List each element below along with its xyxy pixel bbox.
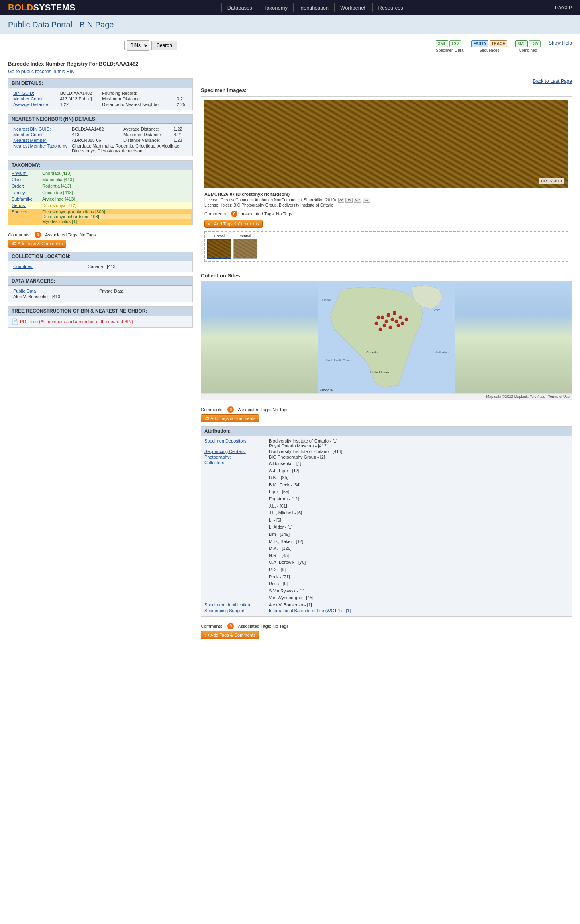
svg-text:North Atlan...: North Atlan...: [435, 351, 451, 354]
bin-guid-label[interactable]: BIN GUID:: [12, 90, 59, 96]
add-tags-btn-bottom[interactable]: 🏷 Add Tags & Comments: [201, 631, 259, 639]
sequencing-centers-row: Sequencing Centers: Biodiversity Institu…: [204, 449, 568, 454]
search-input[interactable]: [8, 41, 125, 50]
collectors-label[interactable]: Collectors:: [204, 460, 269, 465]
svg-point-16: [375, 322, 378, 325]
data-managers-header: DATA MANAGERS:: [8, 277, 192, 286]
specimen-main-image[interactable]: HLCC-14581: [204, 100, 568, 188]
specimen-id-label[interactable]: Specimen Identification:: [204, 602, 269, 607]
page-title: Public Data Portal - BIN Page: [8, 20, 572, 29]
collector-5: Eger - [55]: [269, 488, 314, 496]
nearest-bin-guid-label[interactable]: Nearest BIN GUID:: [12, 126, 70, 132]
specimen-data-tools: XML TSV Specimen Data: [436, 40, 463, 53]
sequencing-centers-value: Biodiversity Institute of Ontario - [413…: [269, 449, 342, 454]
thumb-ventral[interactable]: Ventral: [233, 234, 257, 259]
nearest-member-taxonomy-label[interactable]: Nearest Member Taxonomy:: [12, 143, 70, 154]
dist-variance-value: 1.23: [172, 137, 189, 143]
associated-tags-map: Associated Tags: No Tags: [238, 407, 288, 412]
show-help-link[interactable]: Show Help: [549, 40, 572, 46]
combined-xml-button[interactable]: XML: [515, 40, 528, 47]
sequencing-support-label[interactable]: Sequencing Support:: [204, 608, 269, 613]
combined-tsv-button[interactable]: TSV: [529, 40, 541, 47]
add-tags-btn-specimen[interactable]: 🏷 Add Tags & Comments: [204, 220, 263, 228]
thumb-ventral-label: Ventral: [233, 234, 257, 238]
distance-nn-label[interactable]: Distance to Nearest Neighbor:: [100, 102, 175, 107]
founding-record-label[interactable]: Founding Record:: [100, 90, 175, 96]
thumb-dorsal-img[interactable]: [207, 239, 231, 259]
nav-resources[interactable]: Resources: [373, 3, 409, 12]
order-value: Rodentia [413]: [41, 183, 192, 189]
species-label[interactable]: Species:: [8, 209, 41, 225]
thumb-dorsal[interactable]: Dorsal: [207, 234, 231, 259]
nearest-member-label[interactable]: Nearest Member:: [12, 137, 70, 143]
bin-guid-value: BOLD:AAA1482: [59, 90, 101, 96]
tree-reconstruction-body: 📄 PDF tree (All members and a member of …: [8, 316, 192, 327]
table-row: BIN GUID: BOLD:AAA1482 Founding Record:: [12, 90, 189, 96]
family-label[interactable]: Family:: [8, 189, 41, 196]
search-type-dropdown[interactable]: BINs: [127, 40, 149, 51]
svg-text:Canada: Canada: [366, 350, 378, 354]
table-row: Subfamily: Arvicolinae [413]: [8, 196, 192, 202]
dist-variance-label[interactable]: Distance Variance:: [122, 137, 172, 143]
countries-label[interactable]: Countries:: [12, 264, 86, 269]
sequencing-support-value[interactable]: International Barcode of Life (WG1.1) - …: [269, 608, 351, 613]
add-tags-icon-map: 🏷: [204, 416, 209, 421]
add-tags-icon-left: 🏷: [12, 241, 16, 246]
go-to-public-link[interactable]: Go to public records in this BIN: [8, 69, 572, 74]
genus-label[interactable]: Genus:: [8, 202, 41, 209]
species-value-1: Dicrostonyx groenlandicus [309]: [42, 209, 191, 214]
public-data-link[interactable]: Public Data: [12, 288, 98, 294]
table-row: Nearest Member: ABRCR385-06 Distance Var…: [12, 137, 189, 143]
phylum-label[interactable]: Phylum:: [8, 170, 41, 176]
specimen-depositors-label[interactable]: Specimen Depositors:: [204, 438, 269, 448]
avg-distance-label[interactable]: Average Distance:: [12, 102, 59, 107]
nav-databases[interactable]: Databases: [221, 3, 258, 12]
table-row: Alex V. Bonsenko - [413]: [12, 294, 189, 299]
class-label[interactable]: Class:: [8, 176, 41, 183]
tools-area: XML TSV Specimen Data FASTA TRACE Sequen…: [436, 40, 572, 53]
order-label[interactable]: Order:: [8, 183, 41, 189]
photography-row: Photography: BIO Photography Group - [2]: [204, 455, 568, 459]
trace-button[interactable]: TRACE: [490, 40, 507, 47]
logo[interactable]: BOLDSYSTEMS: [8, 2, 75, 13]
map-display[interactable]: Ocean Greenl Canada United States North …: [201, 281, 572, 393]
private-data-link[interactable]: Private Data: [98, 288, 189, 294]
add-tags-btn-left[interactable]: 🏷 Add Tags & Comments: [8, 240, 66, 248]
add-tags-icon-specimen: 🏷: [208, 221, 212, 226]
nav-identification[interactable]: Identification: [294, 3, 335, 12]
nn-member-count-label[interactable]: Member Count:: [12, 132, 70, 137]
nn-max-dist-label[interactable]: Maximum Distance:: [122, 132, 172, 137]
fasta-button[interactable]: FASTA: [471, 40, 488, 47]
add-tags-btn-map[interactable]: 🏷 Add Tags & Comments: [201, 414, 259, 422]
collector-1: A.Bonsenko - [1]: [269, 460, 314, 467]
max-distance-label[interactable]: Maximum Distance:: [100, 96, 175, 102]
collection-location-section: COLLECTION LOCATION: Countries: Canada -…: [8, 252, 193, 272]
subfamily-label[interactable]: Subfamily:: [8, 196, 41, 202]
nav-taxonomy[interactable]: Taxonomy: [258, 3, 294, 12]
comments-badge-map: 0: [227, 406, 234, 413]
svg-point-9: [393, 311, 396, 315]
thumb-ventral-img[interactable]: [233, 239, 257, 259]
specimen-tsv-button[interactable]: TSV: [449, 40, 461, 47]
specimen-xml-button[interactable]: XML: [436, 40, 448, 47]
table-row: Species: Dicrostonyx groenlandicus [309]…: [8, 209, 192, 225]
member-count-label[interactable]: Member Count:: [12, 96, 59, 102]
search-button[interactable]: Search: [151, 41, 177, 50]
avg-dist-label[interactable]: Average Distance:: [122, 126, 172, 132]
table-row: Nearest Member Taxonomy: Chordata, Mamma…: [12, 143, 189, 154]
comments-row-specimen: Comments: 0 Associated Tags: No Tags: [204, 208, 568, 219]
bin-details-table: BIN GUID: BOLD:AAA1482 Founding Record: …: [12, 90, 189, 107]
map-credit: Map data ©2012 MapLink; Tele Atlas - Ter…: [201, 393, 572, 400]
species-value-3: Myodes rutilus [1]: [42, 219, 191, 224]
pdf-tree-link[interactable]: 📄 PDF tree (All members and a member of …: [12, 318, 189, 325]
svg-point-15: [379, 328, 382, 331]
back-to-last-link[interactable]: Back to Last Page: [533, 78, 572, 84]
taxonomy-body: Phylum: Chordata [413] Class: Mammalia […: [8, 170, 192, 225]
sequencing-centers-label[interactable]: Sequencing Centers:: [204, 449, 269, 454]
nn-max-dist-value: 3.21: [172, 132, 189, 137]
table-row: Public Data Private Data: [12, 288, 189, 294]
photography-label[interactable]: Photography:: [204, 455, 269, 459]
nav-workbench[interactable]: Workbench: [335, 3, 373, 12]
collector-7: J.L. - [61]: [269, 503, 314, 510]
cc-badge: cc: [338, 198, 344, 203]
